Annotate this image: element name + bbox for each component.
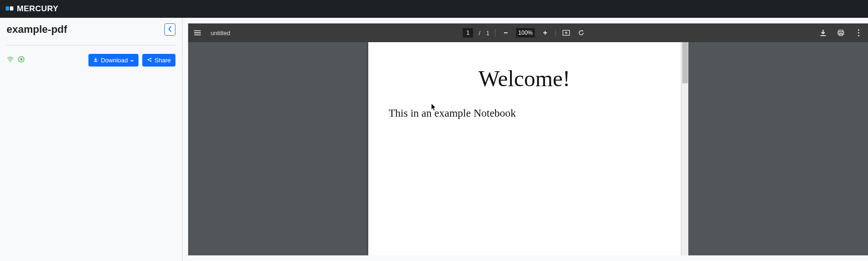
share-icon — [147, 57, 152, 64]
svg-point-6 — [150, 60, 152, 62]
pdf-document-title: untitled — [211, 30, 230, 37]
svg-point-11 — [858, 29, 859, 30]
more-options-button[interactable] — [854, 28, 863, 37]
print-button[interactable] — [836, 28, 846, 37]
page-total: 1 — [486, 30, 489, 37]
page-number-input[interactable] — [463, 28, 473, 37]
divider — [7, 45, 175, 45]
divider — [555, 29, 556, 37]
brand-name: MERCURY — [17, 4, 58, 14]
share-button[interactable]: Share — [142, 54, 175, 67]
svg-rect-0 — [6, 7, 9, 11]
pdf-page: Welcome! This in an example Notebook — [368, 42, 681, 255]
pdf-toolbar: untitled / 1 — [188, 23, 868, 42]
download-label: Download — [101, 57, 128, 64]
zoom-in-button[interactable] — [540, 28, 550, 37]
page-separator: / — [479, 30, 481, 37]
sidebar-title: example-pdf — [7, 23, 67, 36]
page-paragraph: This in an example Notebook — [389, 107, 660, 119]
svg-rect-3 — [20, 58, 22, 60]
vertical-scrollbar[interactable] — [681, 42, 688, 255]
svg-point-13 — [858, 35, 859, 36]
collapse-sidebar-button[interactable] — [164, 23, 175, 36]
wifi-status-icon — [7, 56, 14, 65]
svg-rect-1 — [10, 7, 14, 11]
brand[interactable]: MERCURY — [6, 4, 58, 14]
download-button[interactable]: Download — [88, 54, 139, 67]
app-topbar: MERCURY — [0, 0, 868, 18]
pdf-viewer: untitled / 1 — [188, 23, 868, 255]
svg-rect-9 — [838, 31, 844, 34]
svg-point-12 — [858, 32, 859, 33]
chevron-left-icon — [168, 25, 172, 34]
pdf-document-area[interactable]: Welcome! This in an example Notebook — [188, 42, 868, 255]
main-area: untitled / 1 — [182, 18, 868, 261]
caret-down-icon — [130, 57, 134, 64]
svg-point-2 — [10, 61, 11, 62]
zoom-out-button[interactable] — [501, 28, 511, 37]
share-label: Share — [154, 57, 171, 64]
mercury-logo-icon — [6, 6, 14, 12]
zoom-level-input[interactable] — [516, 28, 535, 37]
download-pdf-button[interactable] — [818, 28, 828, 37]
rotate-button[interactable] — [576, 28, 586, 37]
sidebar: example-pdf — [0, 18, 182, 261]
download-icon — [93, 57, 98, 64]
page-heading: Welcome! — [389, 66, 660, 91]
svg-point-5 — [150, 58, 152, 59]
stop-server-icon[interactable] — [18, 56, 25, 65]
menu-icon[interactable] — [193, 28, 202, 37]
divider — [495, 29, 496, 37]
fit-page-button[interactable] — [562, 28, 571, 37]
